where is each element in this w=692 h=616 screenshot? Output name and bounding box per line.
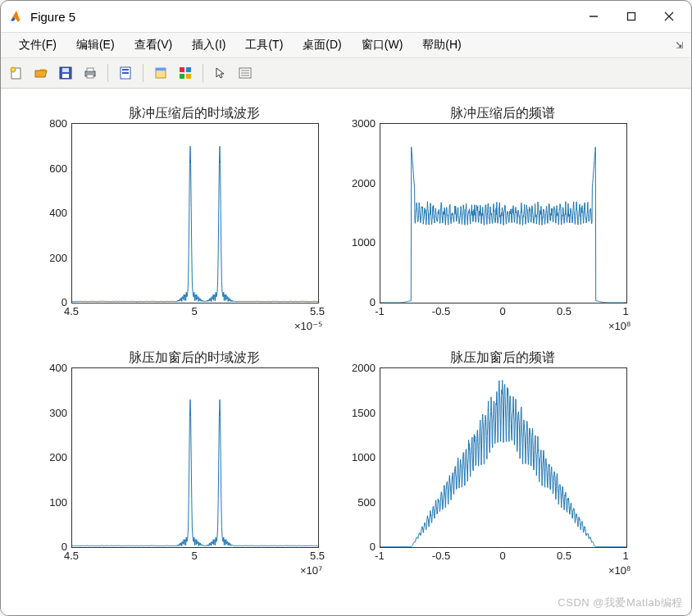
- toolbar-separator: [107, 64, 108, 82]
- line-plot: [72, 124, 318, 303]
- open-icon[interactable]: [30, 62, 52, 84]
- print-icon[interactable]: [80, 62, 101, 84]
- ytick: 3000: [352, 117, 380, 130]
- subplot-bl[interactable]: 脉压加窗后的时域波形01002003004004.555.5×10⁷: [71, 367, 317, 546]
- xtick: 0.5: [557, 546, 571, 562]
- dock-arrow-icon[interactable]: ⇲: [676, 40, 683, 51]
- ytick: 500: [357, 495, 380, 508]
- xtick: 5: [191, 546, 197, 562]
- plot-area: CSDN @我爱Matlab编程 脉冲压缩后的时域波形0200400600800…: [1, 89, 691, 615]
- axes-box: [71, 367, 319, 548]
- svg-rect-19: [180, 74, 184, 79]
- svg-rect-18: [186, 67, 191, 72]
- print-preview-icon[interactable]: [115, 62, 136, 84]
- watermark: CSDN @我爱Matlab编程: [558, 595, 683, 610]
- subplot-br[interactable]: 脉压加窗后的频谱0500100015002000-1-0.500.51×10⁸: [380, 367, 626, 546]
- svg-rect-16: [156, 68, 166, 71]
- menu-desktop[interactable]: 桌面(D): [293, 34, 351, 56]
- xtick: 1: [622, 302, 628, 317]
- ytick: 2000: [352, 176, 380, 189]
- close-button[interactable]: [650, 1, 688, 32]
- menu-tools[interactable]: 工具(T): [235, 34, 293, 56]
- subplot-title: 脉冲压缩后的时域波形: [71, 105, 317, 122]
- minimize-button[interactable]: [575, 1, 612, 32]
- ytick: 300: [49, 406, 71, 418]
- xtick: 0.5: [557, 302, 571, 317]
- link-axes-icon[interactable]: [150, 62, 171, 84]
- svg-rect-8: [62, 74, 69, 78]
- menu-help[interactable]: 帮助(H): [412, 34, 471, 56]
- axes-box: [71, 123, 319, 303]
- menu-window[interactable]: 窗口(W): [352, 34, 413, 56]
- ytick: 1000: [352, 451, 380, 463]
- ytick: 600: [49, 162, 71, 174]
- ytick: 400: [49, 207, 71, 219]
- ytick: 800: [49, 117, 71, 130]
- toolbar: [1, 58, 691, 89]
- window-title: Figure 5: [30, 10, 75, 24]
- xtick: 5.5: [310, 302, 325, 317]
- color-order-icon[interactable]: [175, 62, 196, 84]
- svg-rect-20: [186, 74, 191, 79]
- xtick: 0: [499, 302, 505, 317]
- ytick: 400: [49, 362, 71, 374]
- svg-rect-7: [62, 68, 69, 72]
- toolbar-separator: [203, 64, 203, 82]
- ytick: 100: [49, 495, 71, 508]
- xtick: 1: [622, 546, 628, 562]
- x-exponent-label: ×10⁸: [608, 564, 631, 577]
- subplot-title: 脉冲压缩后的频谱: [380, 105, 626, 122]
- ytick: 1500: [352, 406, 380, 418]
- xtick: -1: [375, 546, 385, 562]
- maximize-button[interactable]: [612, 1, 650, 32]
- xtick: 4.5: [64, 546, 79, 562]
- xtick: 5.5: [310, 546, 325, 562]
- matlab-icon: [9, 9, 24, 24]
- pointer-icon[interactable]: [210, 62, 231, 84]
- figure-window: Figure 5 文件(F) 编辑(E) 查看(V) 插入(I) 工具(T) 桌…: [0, 0, 692, 616]
- line-plot: [380, 124, 626, 303]
- svg-rect-1: [628, 13, 635, 21]
- svg-rect-14: [122, 72, 129, 74]
- x-exponent-label: ×10⁷: [300, 564, 322, 577]
- menu-edit[interactable]: 编辑(E): [66, 34, 125, 56]
- menubar: 文件(F) 编辑(E) 查看(V) 插入(I) 工具(T) 桌面(D) 窗口(W…: [1, 33, 691, 58]
- x-exponent-label: ×10⁻⁵: [294, 320, 322, 332]
- axes-box: [380, 123, 627, 303]
- save-icon[interactable]: [55, 62, 76, 84]
- menu-view[interactable]: 查看(V): [125, 34, 183, 56]
- line-plot: [380, 368, 626, 547]
- svg-point-5: [11, 67, 16, 72]
- xtick: 5: [191, 302, 197, 317]
- xtick: -0.5: [432, 546, 450, 562]
- x-exponent-label: ×10⁸: [608, 320, 631, 332]
- subplot-title: 脉压加窗后的频谱: [380, 349, 626, 367]
- ytick: 2000: [352, 362, 380, 374]
- axes-box: [380, 367, 627, 548]
- toolbar-separator: [143, 64, 143, 82]
- ytick: 1000: [352, 236, 380, 249]
- line-plot: [72, 368, 318, 547]
- ytick: 200: [49, 451, 71, 463]
- svg-rect-17: [180, 67, 184, 72]
- subplot-tl[interactable]: 脉冲压缩后的时域波形02004006008004.555.5×10⁻⁵: [71, 123, 317, 302]
- svg-rect-13: [122, 69, 129, 71]
- menu-insert[interactable]: 插入(I): [182, 34, 235, 56]
- new-figure-icon[interactable]: [6, 62, 27, 84]
- subplot-tr[interactable]: 脉冲压缩后的频谱0100020003000-1-0.500.51×10⁸: [380, 123, 626, 302]
- menu-file[interactable]: 文件(F): [9, 34, 66, 56]
- xtick: 0: [499, 546, 505, 562]
- ytick: 200: [49, 251, 71, 263]
- xtick: -1: [375, 302, 385, 317]
- titlebar: Figure 5: [1, 1, 691, 33]
- svg-rect-10: [87, 68, 93, 71]
- svg-rect-11: [87, 75, 93, 78]
- subplot-title: 脉压加窗后的时域波形: [71, 349, 317, 367]
- xtick: -0.5: [432, 302, 450, 317]
- xtick: 4.5: [64, 302, 79, 317]
- properties-icon[interactable]: [234, 62, 256, 84]
